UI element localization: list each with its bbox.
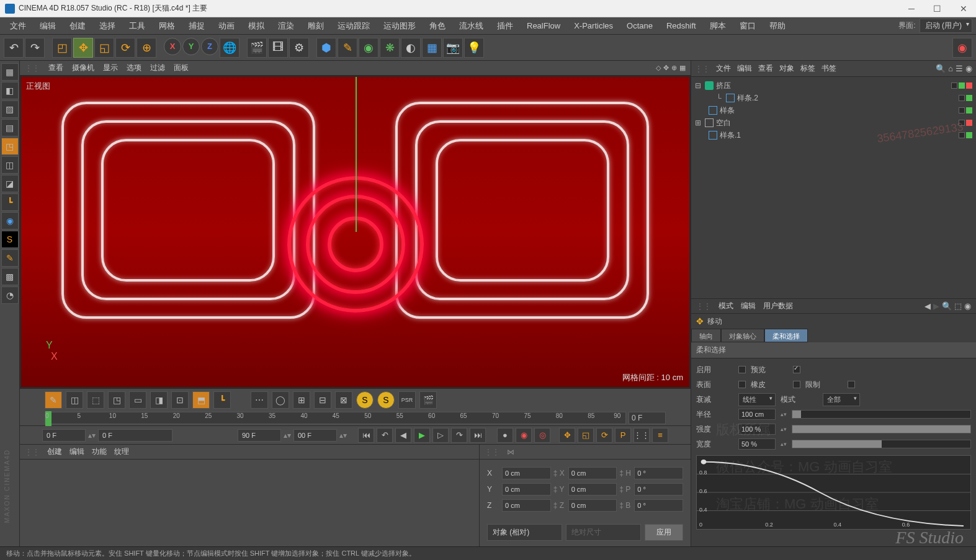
obj-name[interactable]: 样条.2 bbox=[737, 93, 959, 104]
render-view[interactable]: 🎬 bbox=[247, 38, 267, 58]
obj-row-spline[interactable]: 样条 bbox=[694, 104, 974, 117]
collapse-icon[interactable]: ⊟ bbox=[695, 81, 702, 90]
vp-layout-icon[interactable]: ▦ bbox=[679, 64, 686, 72]
time-start-field[interactable] bbox=[42, 429, 86, 442]
render-tag[interactable] bbox=[966, 120, 972, 126]
prev-frame-button[interactable]: ◀ bbox=[395, 428, 411, 443]
record-button[interactable]: ● bbox=[497, 428, 513, 443]
y-axis-lock[interactable]: Y bbox=[182, 38, 200, 55]
vis-tag[interactable] bbox=[959, 107, 965, 113]
coord-mode-dd[interactable]: 对象 (相对) bbox=[487, 524, 562, 541]
viewport-solo[interactable]: ◔ bbox=[1, 287, 19, 304]
spinner-icon[interactable]: ▴▾ bbox=[781, 426, 787, 432]
lt-axis[interactable]: ┗ bbox=[213, 391, 231, 409]
spinner-icon[interactable]: ▴▾ bbox=[781, 411, 787, 417]
menu-file[interactable]: 文件 bbox=[4, 18, 32, 34]
rubber-checkbox[interactable] bbox=[793, 381, 800, 388]
radius-slider[interactable] bbox=[792, 410, 971, 419]
lt-snap2[interactable]: ⊠ bbox=[335, 391, 352, 409]
lt-6[interactable]: ⊡ bbox=[171, 391, 189, 409]
size-x[interactable] bbox=[568, 467, 617, 479]
camera-icon[interactable]: 📷 bbox=[443, 38, 463, 58]
lt-2[interactable]: ⬚ bbox=[87, 391, 104, 409]
lock-icon[interactable]: ⬚ bbox=[954, 301, 962, 311]
surface-checkbox[interactable] bbox=[738, 381, 746, 388]
vp-menu-camera[interactable]: 摄像机 bbox=[72, 63, 94, 73]
menu-mograph[interactable]: 运动图形 bbox=[377, 18, 422, 34]
key-opts-button[interactable]: ⋮⋮ bbox=[634, 428, 650, 443]
generator-nurbs[interactable]: ◉ bbox=[359, 38, 378, 58]
move-tool[interactable]: ✥ bbox=[73, 38, 93, 58]
home-icon[interactable]: ⌂ bbox=[948, 64, 953, 73]
extra-tag[interactable] bbox=[966, 82, 972, 89]
preview-checkbox[interactable] bbox=[793, 366, 800, 373]
deformer[interactable]: ◐ bbox=[401, 38, 421, 58]
mat-create[interactable]: 创建 bbox=[47, 447, 62, 457]
spinner-icon[interactable]: ▴▾ bbox=[781, 441, 787, 447]
tweak-mode[interactable]: ✎ bbox=[1, 249, 19, 267]
lt-s2[interactable]: S bbox=[377, 391, 395, 409]
rot-key-button[interactable]: ⟳ bbox=[596, 428, 612, 443]
model-mode[interactable]: ▦ bbox=[1, 63, 19, 81]
goto-start-button[interactable]: ⏮ bbox=[358, 428, 374, 443]
recent-tool[interactable]: ⊕ bbox=[137, 38, 156, 58]
uv-mode[interactable]: ◉ bbox=[1, 212, 19, 229]
new-icon[interactable]: ◉ bbox=[964, 301, 971, 311]
axis-mode[interactable]: ┗ bbox=[1, 193, 19, 211]
vp-pan-icon[interactable]: ✥ bbox=[663, 64, 669, 72]
menu-snap[interactable]: 捕捉 bbox=[182, 18, 211, 34]
render-tag[interactable] bbox=[959, 82, 965, 89]
generator-array[interactable]: ❋ bbox=[380, 38, 400, 58]
menu-edit[interactable]: 编辑 bbox=[34, 18, 62, 34]
play-button[interactable]: ▶ bbox=[414, 428, 430, 443]
close-button[interactable]: ✕ bbox=[956, 2, 971, 15]
menu-mesh[interactable]: 网格 bbox=[153, 18, 181, 34]
pos-x[interactable] bbox=[502, 467, 551, 479]
layout-dropdown[interactable]: 启动 (用户) bbox=[920, 19, 972, 33]
menu-pipeline[interactable]: 流水线 bbox=[453, 18, 490, 34]
lt-grid[interactable]: ⊞ bbox=[293, 391, 310, 409]
maximize-button[interactable]: ☐ bbox=[929, 2, 945, 15]
key-list-button[interactable]: ≡ bbox=[652, 428, 668, 443]
strength-slider[interactable] bbox=[792, 425, 971, 433]
search-icon[interactable]: 🔍 bbox=[936, 64, 946, 73]
filter-icon[interactable]: ☰ bbox=[956, 64, 963, 73]
minimize-button[interactable]: ─ bbox=[905, 2, 918, 15]
octane-icon[interactable]: ◉ bbox=[952, 38, 972, 58]
lt-dots[interactable]: ⋯ bbox=[251, 391, 268, 409]
mat-edit[interactable]: 编辑 bbox=[69, 447, 84, 457]
link-icon[interactable]: ⋈ bbox=[507, 448, 514, 456]
enable-checkbox[interactable] bbox=[738, 366, 746, 373]
am-mode[interactable]: 模式 bbox=[719, 301, 733, 311]
menu-xparticles[interactable]: X-Particles bbox=[568, 19, 619, 33]
coord-system[interactable]: 🌐 bbox=[220, 38, 240, 58]
limit-checkbox[interactable] bbox=[848, 381, 855, 388]
spinner-icon[interactable]: ▴▾ bbox=[88, 431, 96, 440]
next-key-button[interactable]: ↷ bbox=[451, 428, 467, 443]
menu-redshift[interactable]: Redshift bbox=[660, 19, 702, 33]
fwd-icon[interactable]: ▶ bbox=[933, 301, 939, 311]
goto-end-button[interactable]: ⏭ bbox=[470, 428, 486, 443]
vp-menu-options[interactable]: 选项 bbox=[127, 63, 141, 73]
lt-clapper[interactable]: 🎬 bbox=[419, 391, 437, 409]
rot-b[interactable] bbox=[634, 499, 683, 512]
viewport[interactable]: 正视图 网格间距 : 10 cm YX bbox=[20, 76, 691, 388]
vp-menu-view[interactable]: 查看 bbox=[48, 63, 63, 73]
render-tag[interactable] bbox=[966, 95, 972, 101]
object-mode[interactable]: ◧ bbox=[1, 82, 19, 99]
spinner-icon[interactable]: ▴▾ bbox=[339, 431, 347, 440]
menu-render[interactable]: 渲染 bbox=[272, 18, 300, 34]
lt-7[interactable]: ⬒ bbox=[192, 391, 210, 409]
lt-snap1[interactable]: ⊟ bbox=[314, 391, 331, 409]
width-input[interactable] bbox=[738, 438, 776, 450]
object-tree[interactable]: ⊟ 挤压 └ 样条.2 样条 ⊞ 空白 bbox=[691, 77, 976, 298]
menu-animate[interactable]: 动画 bbox=[212, 18, 241, 34]
lt-3[interactable]: ◳ bbox=[108, 391, 125, 409]
key-sel-button[interactable]: ◎ bbox=[534, 428, 550, 443]
tab-soft-select[interactable]: 柔和选择 bbox=[764, 329, 808, 342]
param-key-button[interactable]: P bbox=[615, 428, 631, 443]
mat-function[interactable]: 功能 bbox=[92, 447, 107, 457]
size-y[interactable] bbox=[568, 483, 617, 496]
lt-circle[interactable]: ◯ bbox=[272, 391, 289, 409]
pos-y[interactable] bbox=[502, 483, 551, 496]
